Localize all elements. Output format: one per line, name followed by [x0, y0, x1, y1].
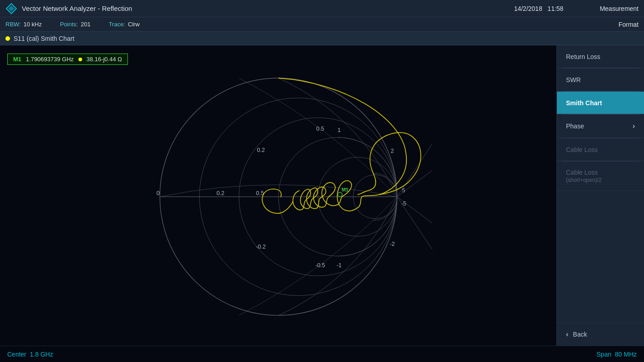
svg-text:2: 2 [390, 148, 394, 154]
cable-loss-combined-sublabel: (short+open)/2 [566, 177, 601, 183]
date-value: 14/2/2018 [514, 5, 542, 12]
svg-text:1: 1 [337, 127, 341, 133]
subheader-bar: RBW: 10 kHz Points: 201 Trace: Clrw Form… [0, 17, 644, 32]
marker-impedance: 38.16-j0.44 Ω [87, 56, 122, 63]
swr-label: SWR [566, 76, 581, 83]
datetime-display: 14/2/2018 11:58 [514, 5, 563, 12]
trace-control[interactable]: Trace: Clrw [109, 21, 140, 28]
svg-text:0.2: 0.2 [216, 190, 224, 196]
marker-label: M1 [13, 56, 21, 63]
points-control[interactable]: Points: 201 [60, 21, 90, 28]
trace-value: Clrw [128, 21, 140, 28]
format-label[interactable]: Format [619, 21, 639, 28]
measurement-label[interactable]: Measurement [600, 5, 639, 12]
svg-text:0.2: 0.2 [257, 147, 265, 153]
sidebar-item-cable-loss: Cable Loss [557, 138, 644, 161]
cable-loss-combined-label: Cable Loss [566, 169, 598, 176]
span-readout: Span 80 MHz [596, 351, 637, 358]
back-label: Back [573, 331, 587, 338]
smith-chart-label: Smith Chart [566, 99, 602, 107]
sidebar-spacer [557, 191, 644, 323]
phase-label: Phase [566, 122, 584, 130]
time-value: 11:58 [547, 5, 563, 12]
sidebar-item-phase[interactable]: Phase › [557, 115, 644, 138]
trace-info-bar: S11 (cal) Smith Chart [0, 32, 644, 45]
format-menu: Return Loss SWR Smith Chart Phase › Cabl… [556, 45, 644, 346]
rbw-value: 10 kHz [24, 21, 42, 28]
points-label: Points: [60, 21, 78, 28]
svg-text:M1: M1 [342, 187, 348, 192]
smith-chart-display[interactable]: M1 1.790693739 GHz 38.16-j0.44 Ω [0, 45, 556, 346]
sidebar-back-button[interactable]: ‹ Back [557, 323, 644, 346]
marker-frequency: 1.790693739 GHz [26, 56, 74, 63]
sidebar-item-return-loss[interactable]: Return Loss [557, 45, 644, 68]
smith-chart-svg: 0 0.2 0.5 1 2 5 0.5 0.2 -0.2 -0.5 -1 -2 … [120, 60, 437, 342]
center-readout: Center 1.8 GHz [7, 351, 53, 358]
svg-text:0: 0 [156, 190, 160, 196]
svg-text:-1: -1 [337, 262, 342, 269]
center-value: 1.8 GHz [30, 351, 53, 358]
marker-readout: M1 1.790693739 GHz 38.16-j0.44 Ω [7, 54, 128, 65]
cable-loss-label: Cable Loss [566, 146, 598, 153]
span-value: 80 MHz [615, 351, 637, 358]
header-bar: Vector Network Analyzer - Reflection 14/… [0, 0, 644, 17]
return-loss-label: Return Loss [566, 53, 600, 60]
rbw-label: RBW: [5, 21, 21, 28]
sidebar-item-smith-chart[interactable]: Smith Chart [557, 92, 644, 114]
svg-text:-2: -2 [390, 241, 395, 247]
phase-chevron-icon: › [633, 122, 635, 130]
app-title: Vector Network Analyzer - Reflection [22, 5, 514, 12]
marker-dot [78, 58, 82, 61]
center-label: Center [7, 351, 26, 358]
app-logo-icon [5, 3, 17, 15]
sidebar-item-swr[interactable]: SWR [557, 68, 644, 91]
back-chevron-icon: ‹ [566, 330, 568, 338]
rbw-control[interactable]: RBW: 10 kHz [5, 21, 42, 28]
trace-color-dot [5, 36, 10, 41]
sidebar-item-cable-loss-combined: Cable Loss (short+open)/2 [557, 161, 644, 191]
footer-bar: Center 1.8 GHz Span 80 MHz [0, 346, 644, 362]
span-label: Span [596, 351, 611, 358]
svg-text:0.5: 0.5 [316, 126, 324, 132]
trace-label: Trace: [109, 21, 125, 28]
svg-text:-0.5: -0.5 [315, 262, 325, 269]
svg-text:-0.2: -0.2 [256, 244, 266, 250]
main-content: M1 1.790693739 GHz 38.16-j0.44 Ω [0, 45, 644, 346]
points-value: 201 [81, 21, 91, 28]
trace-name: S11 (cal) Smith Chart [14, 35, 74, 42]
